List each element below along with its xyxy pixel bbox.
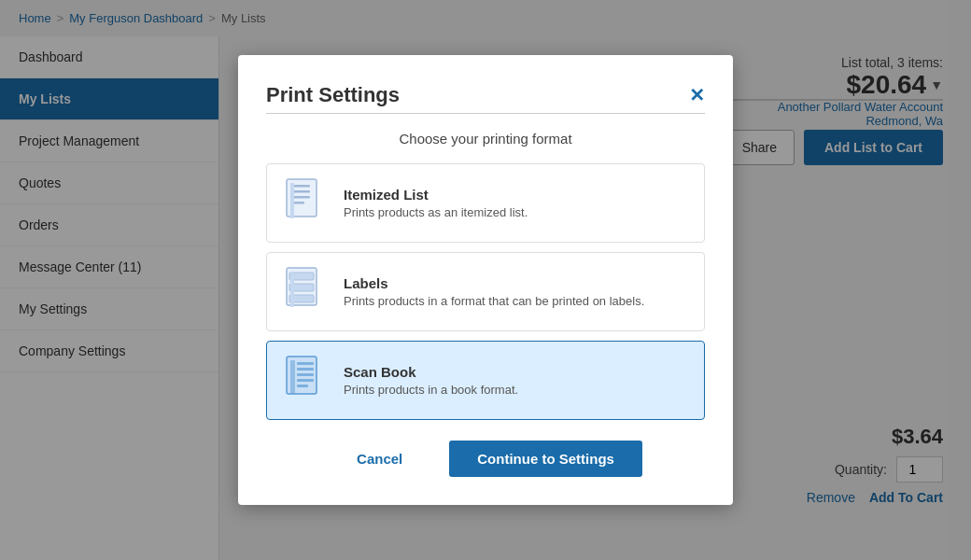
labels-icon xyxy=(282,266,329,317)
svg-rect-10 xyxy=(290,272,294,307)
print-option-labels[interactable]: Labels Prints products in a format that … xyxy=(266,252,705,331)
labels-text: Labels Prints products in a format that … xyxy=(344,275,644,308)
svg-rect-12 xyxy=(290,360,295,394)
print-option-itemized[interactable]: Itemized List Prints products as an item… xyxy=(266,163,705,243)
print-option-scanbook[interactable]: Scan Book Prints products in a book form… xyxy=(266,341,705,420)
print-settings-modal: Print Settings ✕ Choose your printing fo… xyxy=(238,55,733,505)
labels-name: Labels xyxy=(344,275,644,291)
modal-close-button[interactable]: ✕ xyxy=(689,84,705,106)
modal-overlay: Print Settings ✕ Choose your printing fo… xyxy=(0,0,971,560)
continue-button[interactable]: Continue to Settings xyxy=(449,441,642,477)
itemized-list-description: Prints products as an itemized list. xyxy=(344,205,528,219)
scanbook-name: Scan Book xyxy=(344,364,518,380)
scanbook-icon xyxy=(282,355,329,406)
page-background: Home > My Ferguson Dashboard > My Lists … xyxy=(0,0,971,560)
cancel-button[interactable]: Cancel xyxy=(329,441,430,477)
svg-rect-15 xyxy=(297,373,314,376)
itemized-list-text: Itemized List Prints products as an item… xyxy=(344,187,528,219)
svg-rect-14 xyxy=(297,368,314,371)
scanbook-text: Scan Book Prints products in a book form… xyxy=(344,364,518,397)
itemized-list-icon xyxy=(282,177,329,229)
labels-description: Prints products in a format that can be … xyxy=(344,294,644,308)
svg-rect-13 xyxy=(297,362,314,365)
scanbook-description: Prints products in a book format. xyxy=(344,383,518,397)
modal-title: Print Settings xyxy=(266,83,400,107)
modal-header: Print Settings ✕ xyxy=(266,83,705,107)
svg-rect-5 xyxy=(290,183,294,218)
itemized-list-name: Itemized List xyxy=(344,187,528,203)
modal-divider xyxy=(266,113,705,114)
svg-rect-17 xyxy=(297,385,308,387)
modal-footer: Cancel Continue to Settings xyxy=(266,441,705,477)
modal-subtitle: Choose your printing format xyxy=(266,131,705,147)
svg-rect-16 xyxy=(297,379,314,382)
